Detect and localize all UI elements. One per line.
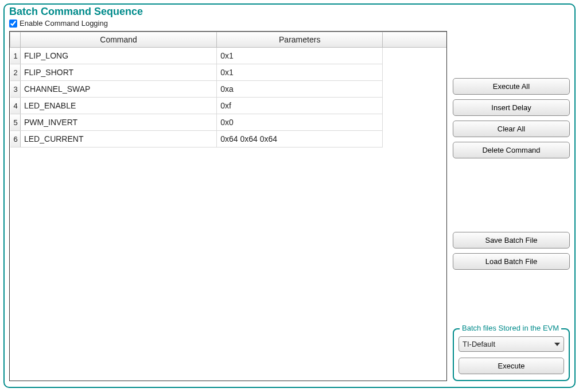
execute-all-button[interactable]: Execute All [453, 78, 570, 95]
evm-selected-value: TI-Default [463, 340, 495, 348]
chevron-down-icon [554, 343, 560, 346]
evm-execute-button[interactable]: Execute [458, 358, 564, 374]
cell-parameters[interactable]: 0xa [217, 81, 383, 98]
cell-command[interactable]: LED_CURRENT [21, 131, 217, 148]
load-batch-button[interactable]: Load Batch File [453, 253, 570, 270]
cell-command[interactable]: PWM_INVERT [21, 114, 217, 131]
evm-panel: Batch files Stored in the EVM TI-Default… [453, 328, 570, 381]
row-number: 6 [10, 131, 21, 148]
header-command[interactable]: Command [21, 32, 217, 48]
cell-command[interactable]: CHANNEL_SWAP [21, 81, 217, 98]
table-row[interactable]: 3 CHANNEL_SWAP 0xa [10, 81, 447, 98]
table-row[interactable]: 4 LED_ENABLE 0xf [10, 98, 447, 114]
table-row[interactable]: 6 LED_CURRENT 0x64 0x64 0x64 [10, 131, 447, 148]
cell-command[interactable]: FLIP_SHORT [21, 64, 217, 81]
cell-parameters[interactable]: 0x1 [217, 48, 383, 64]
cell-parameters[interactable]: 0x1 [217, 64, 383, 81]
row-number: 3 [10, 81, 21, 98]
batch-command-panel: Batch Command Sequence Enable Command Lo… [3, 3, 576, 388]
header-rownum [10, 32, 21, 48]
row-number: 4 [10, 98, 21, 114]
delete-command-button[interactable]: Delete Command [453, 142, 570, 158]
enable-logging-row[interactable]: Enable Command Logging [9, 19, 570, 28]
table-row[interactable]: 1 FLIP_LONG 0x1 [10, 48, 447, 64]
cell-parameters[interactable]: 0xf [217, 98, 383, 114]
save-batch-button[interactable]: Save Batch File [453, 232, 570, 249]
header-parameters[interactable]: Parameters [217, 32, 383, 48]
enable-logging-label: Enable Command Logging [20, 19, 108, 28]
cell-parameters[interactable]: 0x64 0x64 0x64 [217, 131, 383, 148]
command-table: Command Parameters 1 FLIP_LONG 0x1 2 FLI [10, 32, 446, 148]
cell-command[interactable]: FLIP_LONG [21, 48, 217, 64]
evm-panel-title: Batch files Stored in the EVM [460, 324, 561, 332]
row-number: 1 [10, 48, 21, 64]
cell-command[interactable]: LED_ENABLE [21, 98, 217, 114]
header-extra [383, 32, 446, 48]
content-area: Command Parameters 1 FLIP_LONG 0x1 2 FLI [9, 31, 570, 381]
row-number: 2 [10, 64, 21, 81]
cell-parameters[interactable]: 0x0 [217, 114, 383, 131]
insert-delay-button[interactable]: Insert Delay [453, 99, 570, 116]
row-number: 5 [10, 114, 21, 131]
enable-logging-checkbox[interactable] [9, 20, 17, 28]
sidebar: Execute All Insert Delay Clear All Delet… [453, 31, 570, 381]
command-table-container: Command Parameters 1 FLIP_LONG 0x1 2 FLI [9, 31, 447, 381]
table-row[interactable]: 5 PWM_INVERT 0x0 [10, 114, 447, 131]
table-row[interactable]: 2 FLIP_SHORT 0x1 [10, 64, 447, 81]
evm-batch-select[interactable]: TI-Default [458, 336, 564, 352]
clear-all-button[interactable]: Clear All [453, 121, 570, 137]
panel-title: Batch Command Sequence [9, 6, 570, 18]
